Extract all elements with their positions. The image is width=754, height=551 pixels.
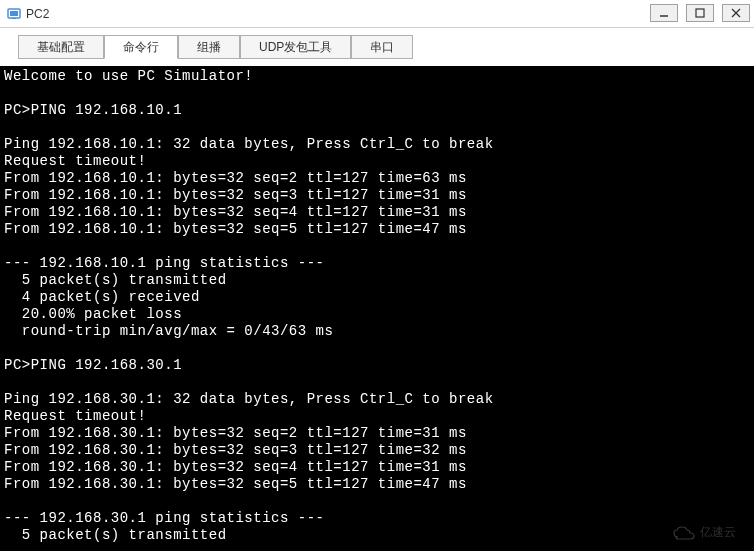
tab-bar: 基础配置 命令行 组播 UDP发包工具 串口: [0, 28, 754, 66]
tab-udp-tool[interactable]: UDP发包工具: [240, 35, 351, 59]
watermark: 亿速云: [672, 524, 736, 541]
minimize-button[interactable]: [650, 4, 678, 22]
terminal-output[interactable]: Welcome to use PC Simulator! PC>PING 192…: [0, 66, 754, 551]
close-button[interactable]: [722, 4, 750, 22]
titlebar: PC2: [0, 0, 754, 28]
watermark-text: 亿速云: [700, 524, 736, 541]
svg-rect-2: [12, 18, 16, 19]
window-title: PC2: [26, 7, 49, 21]
cloud-icon: [672, 525, 696, 541]
tab-command-line[interactable]: 命令行: [104, 35, 178, 59]
svg-rect-4: [696, 9, 704, 17]
svg-rect-1: [10, 11, 18, 16]
window-controls: [650, 4, 750, 22]
tab-basic-config[interactable]: 基础配置: [18, 35, 104, 59]
tab-multicast[interactable]: 组播: [178, 35, 240, 59]
app-icon: [6, 6, 22, 22]
tab-serial[interactable]: 串口: [351, 35, 413, 59]
maximize-button[interactable]: [686, 4, 714, 22]
